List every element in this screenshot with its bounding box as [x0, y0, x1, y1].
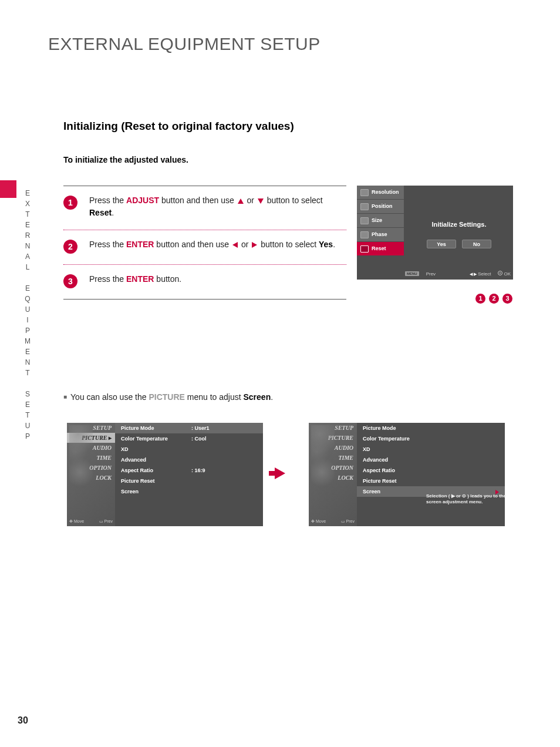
- ref-badge: 1: [475, 294, 485, 304]
- osd-prev-label: Prev: [426, 271, 436, 277]
- osd-panel: Resolution Position Size Phase Reset Ini…: [357, 186, 513, 280]
- osd-item-reset[interactable]: Reset: [357, 242, 404, 255]
- section-heading: Initializing (Reset to original factory …: [63, 120, 294, 133]
- position-icon: [360, 203, 369, 210]
- row-picture-reset[interactable]: Picture Reset: [115, 476, 263, 486]
- note-line: ■You can also use the PICTURE menu to ad…: [63, 392, 273, 402]
- row-color-temp[interactable]: Color Temperature: Cool: [115, 433, 263, 444]
- step-1: 1 Press the ADJUST button and then use o…: [63, 186, 346, 230]
- row-picture-reset[interactable]: Picture Reset: [357, 476, 505, 486]
- ref-badge: 3: [502, 294, 512, 304]
- osd-ok-label: OK: [504, 271, 511, 277]
- phase-icon: [360, 231, 369, 238]
- ref-badge: 2: [489, 294, 499, 304]
- resolution-icon: [360, 189, 369, 196]
- size-icon: [360, 217, 369, 224]
- row-advanced[interactable]: Advanced: [115, 455, 263, 465]
- menu-main: Picture Mode Color Temperature XD Advanc…: [357, 423, 505, 526]
- menu-sidebar: SETUP PICTURE AUDIO TIME OPTION LOCK ✥ M…: [309, 423, 357, 526]
- osd-sidebar: Resolution Position Size Phase Reset: [357, 186, 404, 256]
- step-reference-badges: 1 2 3: [475, 294, 512, 304]
- osd-yes-button[interactable]: Yes: [427, 240, 456, 248]
- osd-item-phase[interactable]: Phase: [357, 228, 404, 241]
- picture-menu-a: SETUP PICTURE ▸ AUDIO TIME OPTION LOCK ✥…: [67, 423, 263, 526]
- step-3: 3 Press the ENTER button.: [63, 265, 346, 299]
- step-2: 2 Press the ENTER button and then use or…: [63, 230, 346, 265]
- row-xd[interactable]: XD: [115, 444, 263, 455]
- osd-footer: MENU Prev ◀ ▶ Select OK: [405, 270, 511, 278]
- steps-block: 1 Press the ADJUST button and then use o…: [63, 186, 346, 300]
- osd-item-position[interactable]: Position: [357, 200, 404, 213]
- row-picture-mode[interactable]: Picture Mode: [357, 423, 505, 433]
- osd-title: Initialize Settings.: [405, 221, 513, 228]
- step-text: Press the ENTER button and then use or b…: [89, 238, 335, 251]
- osd-item-size[interactable]: Size: [357, 214, 404, 227]
- arrow-icon: [275, 467, 285, 479]
- side-label: EXTERNAL EQUIPMENT SETUP: [23, 189, 32, 443]
- step-badge: 3: [63, 274, 77, 288]
- step-badge: 1: [63, 196, 77, 210]
- row-advanced[interactable]: Advanced: [357, 455, 505, 465]
- reset-icon: [360, 245, 369, 253]
- step-text: Press the ENTER button.: [89, 273, 181, 285]
- menu-chip: MENU: [405, 271, 419, 276]
- osd-no-button[interactable]: No: [462, 240, 491, 248]
- down-icon: [258, 198, 264, 204]
- margin-tab: [0, 180, 16, 198]
- row-aspect[interactable]: Aspect Ratio: 16:9: [115, 465, 263, 476]
- left-icon: [232, 242, 238, 248]
- menu-sidebar: SETUP PICTURE ▸ AUDIO TIME OPTION LOCK ✥…: [67, 423, 115, 526]
- osd-item-resolution[interactable]: Resolution: [357, 186, 404, 199]
- section-sub: To initialize the adjusted values.: [63, 155, 188, 164]
- menu-hint: Selection ( ▶ or ⊙ ) leads you to the sc…: [426, 493, 514, 506]
- row-aspect[interactable]: Aspect Ratio: [357, 465, 505, 476]
- ok-icon: [498, 271, 502, 275]
- row-xd[interactable]: XD: [357, 444, 505, 455]
- row-color-temp[interactable]: Color Temperature: [357, 433, 505, 444]
- menu-main: Picture Mode: User1 Color Temperature: C…: [115, 423, 263, 526]
- step-text: Press the ADJUST button and then use or …: [89, 194, 346, 219]
- row-picture-mode[interactable]: Picture Mode: User1: [115, 423, 263, 433]
- page-number: 30: [18, 715, 28, 726]
- step-badge: 2: [63, 240, 77, 254]
- up-icon: [238, 198, 244, 204]
- osd-select-label: Select: [478, 271, 491, 277]
- picture-menu-b: SETUP PICTURE AUDIO TIME OPTION LOCK ✥ M…: [309, 423, 505, 526]
- row-screen[interactable]: Screen: [115, 486, 263, 497]
- osd-content: Initialize Settings. Yes No: [405, 186, 513, 268]
- right-icon: [252, 242, 257, 248]
- page-title: EXTERNAL EQUIPMENT SETUP: [48, 34, 321, 54]
